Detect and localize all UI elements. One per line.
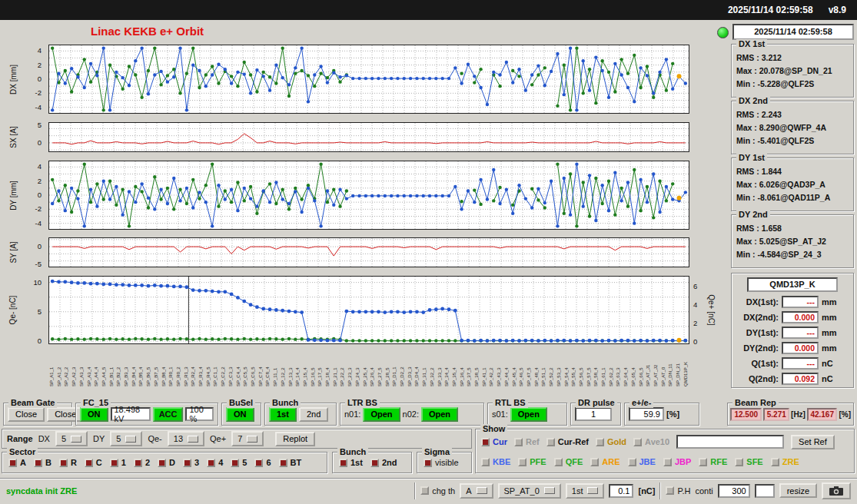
show-flag[interactable]: KBE: [481, 457, 510, 466]
chg-th-toggle[interactable]: chg th: [420, 486, 455, 496]
checkbox[interactable]: [85, 459, 93, 467]
beam-gate-close-1-button[interactable]: Close: [8, 407, 45, 422]
checkbox[interactable]: [596, 438, 604, 446]
fc15-on-button[interactable]: ON: [80, 407, 108, 422]
checkbox[interactable]: [663, 458, 672, 466]
ph-toggle[interactable]: P.H: [666, 486, 690, 496]
replot-button[interactable]: Replot: [275, 432, 315, 446]
sector-flag[interactable]: B: [34, 458, 51, 467]
dx-plot-area[interactable]: [48, 45, 689, 114]
sector-flag[interactable]: C: [85, 458, 102, 467]
show-flag[interactable]: QFE: [554, 457, 583, 466]
qe-plot-area[interactable]: [48, 276, 689, 344]
range-qem-select[interactable]: 13: [168, 431, 204, 446]
aux-input[interactable]: [755, 484, 775, 498]
checkbox[interactable]: [771, 458, 779, 466]
checkbox[interactable]: [420, 486, 429, 495]
range-dx-select[interactable]: 5: [55, 431, 88, 446]
sector-flag[interactable]: 3: [183, 458, 199, 467]
screenshot-button[interactable]: [822, 482, 851, 499]
checkbox[interactable]: [134, 459, 142, 467]
show-flag[interactable]: RFE: [699, 457, 727, 466]
show-flag[interactable]: JBE: [628, 457, 656, 466]
monitor-field-value: 0.000: [782, 342, 819, 354]
fc15-acc-button[interactable]: ACC: [153, 407, 184, 422]
sector-flag[interactable]: D: [158, 458, 175, 467]
bpm-select[interactable]: SP_AT_0: [498, 483, 561, 499]
checkbox[interactable]: [590, 458, 599, 466]
checkbox[interactable]: [514, 438, 523, 446]
checkbox[interactable]: [110, 459, 118, 467]
dy-plot-area[interactable]: [48, 161, 689, 230]
bunch-flag[interactable]: 2nd: [370, 458, 397, 467]
rtl-s01-open-button[interactable]: Open: [510, 407, 547, 422]
checkbox[interactable]: [254, 459, 263, 467]
sx-plot-area[interactable]: [48, 122, 689, 152]
checkbox[interactable]: [8, 459, 17, 467]
show-flag[interactable]: JBP: [663, 457, 691, 466]
show-flags-1: Cur Ref Cur-Ref Gold: [481, 437, 669, 446]
show-flag[interactable]: Cur-Ref: [546, 437, 589, 446]
show-flag[interactable]: ARE: [590, 457, 619, 466]
checkbox[interactable]: [481, 438, 490, 446]
interval-input[interactable]: [718, 484, 750, 498]
busel-on-button[interactable]: ON: [226, 407, 254, 422]
checkbox[interactable]: [699, 458, 707, 466]
checkbox[interactable]: [666, 486, 674, 495]
checkbox[interactable]: [59, 459, 68, 467]
ltr-n01-open-button[interactable]: Open: [363, 407, 400, 422]
checkbox[interactable]: [424, 459, 432, 467]
checkbox[interactable]: [231, 459, 239, 467]
checkbox[interactable]: [183, 459, 191, 467]
checkbox[interactable]: [34, 459, 42, 467]
dr-pulse-input[interactable]: [575, 407, 612, 421]
range-qep-select[interactable]: 7: [231, 431, 264, 446]
option-menu-mark-icon: [71, 436, 81, 443]
show-flag[interactable]: ZRE: [771, 457, 799, 466]
sector-flag[interactable]: 1: [110, 458, 126, 467]
set-ref-button[interactable]: Set Ref: [791, 435, 835, 449]
fc15-kv-readback: 18.498 kV: [111, 407, 151, 421]
option-menu-mark-icon: [247, 436, 257, 443]
bunch-2nd-button[interactable]: 2nd: [299, 407, 328, 422]
sector-flag[interactable]: 2: [134, 458, 150, 467]
show-flag[interactable]: Cur: [481, 437, 507, 446]
show-flag[interactable]: Gold: [596, 437, 626, 446]
resize-button[interactable]: resize: [779, 483, 817, 498]
checkbox[interactable]: [546, 438, 555, 446]
threshold-input[interactable]: [609, 484, 633, 498]
checkbox[interactable]: [207, 459, 215, 467]
show-flag[interactable]: SFE: [735, 457, 762, 466]
sector-flag[interactable]: 6: [254, 458, 271, 467]
checkbox[interactable]: [628, 458, 636, 466]
ref-name-input[interactable]: [676, 435, 784, 449]
sigma-flag[interactable]: visible: [424, 458, 459, 467]
eratio-input[interactable]: [629, 407, 664, 421]
checkbox[interactable]: [554, 458, 563, 466]
checkbox[interactable]: [339, 459, 347, 467]
sector-flag[interactable]: 4: [207, 458, 223, 467]
show-flag[interactable]: Ref: [514, 437, 540, 446]
sector-flag[interactable]: R: [59, 458, 77, 467]
checkbox[interactable]: [370, 459, 379, 467]
sector-select[interactable]: A: [460, 483, 493, 499]
bpm-label: SP_52_2: [548, 346, 556, 386]
bunch-select[interactable]: 1st: [566, 483, 605, 499]
sector-flag[interactable]: BT: [279, 458, 302, 467]
show-flag[interactable]: Ave10: [633, 437, 669, 446]
checkbox[interactable]: [735, 458, 743, 466]
bpm-monitor-name[interactable]: QMD13P_K: [747, 277, 838, 292]
checkbox[interactable]: [518, 458, 526, 466]
sector-flag[interactable]: A: [8, 458, 26, 467]
checkbox[interactable]: [158, 459, 166, 467]
bunch-1st-button[interactable]: 1st: [269, 407, 297, 422]
sector-flag[interactable]: 5: [231, 458, 247, 467]
checkbox[interactable]: [481, 458, 490, 466]
checkbox[interactable]: [279, 459, 287, 467]
ltr-n02-open-button[interactable]: Open: [421, 407, 458, 422]
checkbox[interactable]: [633, 438, 642, 446]
sy-plot-area[interactable]: [48, 237, 689, 267]
bunch-flag[interactable]: 1st: [339, 458, 363, 467]
show-flag[interactable]: PFE: [518, 457, 546, 466]
range-dy-select[interactable]: 5: [110, 431, 142, 446]
